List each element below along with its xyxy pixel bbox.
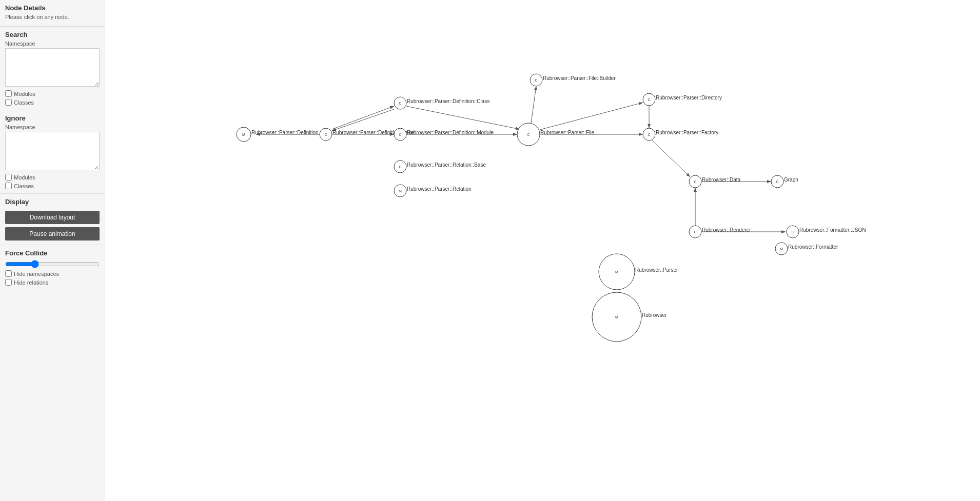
node-rubrowser-parser-file-builder[interactable]: C Rubrowser::Parser::File::Builder: [530, 74, 616, 86]
svg-text:Rubrowser::Parser::Definition:: Rubrowser::Parser::Definition::Class: [407, 98, 489, 104]
search-classes-row: Classes: [5, 99, 100, 106]
ignore-modules-checkbox[interactable]: [5, 174, 12, 181]
search-modules-row: Modules: [5, 90, 100, 97]
node-details-text: Please click on any node.: [5, 14, 100, 20]
ignore-title: Ignore: [5, 114, 100, 122]
svg-text:C: C: [535, 78, 537, 82]
hide-namespaces-label: Hide namespaces: [14, 271, 59, 277]
search-classes-label: Classes: [14, 99, 34, 106]
search-title: Search: [5, 31, 100, 38]
ignore-modules-row: Modules: [5, 174, 100, 181]
svg-text:Rubrowser::Parser::Relation::B: Rubrowser::Parser::Relation::Base: [407, 162, 486, 168]
edge-def-base-to-def-class: [332, 106, 394, 129]
node-rubrowser-parser-relation[interactable]: M Rubrowser::Parser::Relation: [394, 185, 472, 197]
download-layout-button[interactable]: Download layout: [5, 211, 100, 224]
graph-svg: M Rubrowser::Parser::Definition C Rubrow…: [105, 0, 980, 501]
search-modules-checkbox[interactable]: [5, 90, 12, 97]
search-namespace-label: Namespace: [5, 41, 100, 47]
svg-text:M: M: [615, 270, 618, 274]
graph-area[interactable]: M Rubrowser::Parser::Definition C Rubrow…: [105, 0, 980, 501]
svg-text:Rubrowser::Data: Rubrowser::Data: [702, 177, 740, 183]
display-section: Display Download layout Pause animation: [0, 194, 105, 245]
svg-text:Rubrowser::Parser::File::Build: Rubrowser::Parser::File::Builder: [543, 75, 616, 81]
ignore-classes-label: Classes: [14, 183, 34, 189]
svg-text:M: M: [399, 189, 402, 193]
svg-text:C: C: [324, 133, 327, 136]
node-rubrowser-parser-definition-class[interactable]: C Rubrowser::Parser::Definition::Class: [394, 97, 489, 109]
svg-text:Rubrowser::Parser::Factory: Rubrowser::Parser::Factory: [656, 130, 718, 135]
ignore-modules-label: Modules: [14, 174, 35, 181]
edge-def-class-to-def-base: [332, 109, 394, 131]
svg-text:Rubrowser::Parser::File: Rubrowser::Parser::File: [540, 130, 594, 135]
node-rubrowser-formatter-json[interactable]: C Rubrowser::Formatter::JSON: [787, 226, 866, 238]
edge-file-to-builder: [531, 86, 536, 123]
svg-text:C: C: [694, 180, 696, 184]
edge-factory-to-data: [652, 141, 690, 177]
search-namespace-input[interactable]: [5, 48, 100, 87]
display-title: Display: [5, 198, 100, 206]
svg-text:Rubrowser::Parser::Definition:: Rubrowser::Parser::Definition::Module: [407, 130, 494, 135]
svg-text:Rubrowser: Rubrowser: [642, 312, 667, 318]
ignore-classes-checkbox[interactable]: [5, 183, 12, 189]
sidebar: Node Details Please click on any node. S…: [0, 0, 105, 501]
hide-namespaces-row: Hide namespaces: [5, 270, 100, 277]
node-rubrowser[interactable]: M Rubrowser: [592, 292, 667, 342]
search-modules-label: Modules: [14, 91, 35, 97]
svg-text:Rubrowser::Parser::Definition: Rubrowser::Parser::Definition: [251, 130, 319, 135]
force-collide-title: Force Collide: [5, 249, 100, 257]
node-rubrowser-data[interactable]: C Rubrowser::Data: [689, 175, 740, 188]
node-details-section: Node Details Please click on any node.: [0, 0, 105, 27]
svg-text:Rubrowser::Parser::Directory: Rubrowser::Parser::Directory: [656, 95, 722, 101]
force-collide-slider[interactable]: [5, 260, 100, 268]
search-classes-checkbox[interactable]: [5, 99, 12, 106]
node-rubrowser-formatter[interactable]: M Rubrowser::Formatter: [775, 243, 838, 255]
svg-text:Rubrowser::Formatter: Rubrowser::Formatter: [788, 244, 838, 250]
ignore-classes-row: Classes: [5, 183, 100, 189]
svg-text:Rubrowser::Formatter::JSON: Rubrowser::Formatter::JSON: [799, 227, 866, 233]
node-rubrowser-parser-file[interactable]: C Rubrowser::Parser::File: [517, 123, 594, 146]
svg-text:Rubrowser::Parser::Relation: Rubrowser::Parser::Relation: [407, 186, 472, 192]
node-graph[interactable]: C Graph: [771, 175, 798, 188]
hide-relations-row: Hide relations: [5, 279, 100, 286]
svg-text:C: C: [694, 230, 696, 234]
svg-text:Rubrowser::Renderer: Rubrowser::Renderer: [702, 227, 751, 233]
ignore-section: Ignore Namespace Modules Classes: [0, 110, 105, 194]
node-rubrowser-parser-definition-module[interactable]: C Rubrowser::Parser::Definition::Module: [394, 128, 494, 141]
svg-text:C: C: [791, 230, 794, 234]
ignore-namespace-input[interactable]: [5, 132, 100, 170]
svg-text:M: M: [615, 315, 618, 319]
node-rubrowser-parser-relation-base[interactable]: C Rubrowser::Parser::Relation::Base: [394, 161, 486, 173]
ignore-namespace-label: Namespace: [5, 124, 100, 130]
svg-text:C: C: [648, 98, 650, 102]
node-rubrowser-parser-directory[interactable]: C Rubrowser::Parser::Directory: [643, 93, 722, 106]
svg-text:Graph: Graph: [784, 177, 798, 183]
hide-relations-label: Hide relations: [14, 279, 48, 286]
node-rubrowser-renderer[interactable]: C Rubrowser::Renderer: [689, 226, 751, 238]
svg-text:M: M: [780, 247, 783, 251]
svg-text:C: C: [648, 133, 650, 136]
svg-text:C: C: [399, 165, 401, 169]
edge-def-class-to-file: [406, 106, 520, 129]
svg-text:Rubrowser::Parser: Rubrowser::Parser: [635, 267, 678, 273]
node-details-title: Node Details: [5, 4, 100, 12]
svg-text:M: M: [242, 133, 245, 136]
force-collide-slider-row: [5, 260, 100, 268]
search-section: Search Namespace Modules Classes: [0, 27, 105, 110]
edge-file-to-directory: [540, 103, 643, 130]
pause-animation-button[interactable]: Pause animation: [5, 227, 100, 241]
node-rubrowser-parser-definition[interactable]: M Rubrowser::Parser::Definition: [237, 127, 319, 142]
svg-text:C: C: [399, 102, 401, 105]
svg-text:C: C: [399, 133, 401, 136]
hide-relations-checkbox[interactable]: [5, 279, 12, 286]
force-collide-section: Force Collide Hide namespaces Hide relat…: [0, 245, 105, 290]
node-rubrowser-parser[interactable]: M Rubrowser::Parser: [599, 254, 678, 290]
svg-text:C: C: [776, 180, 778, 184]
svg-text:C: C: [527, 133, 530, 136]
hide-namespaces-checkbox[interactable]: [5, 270, 12, 277]
node-rubrowser-parser-factory[interactable]: C Rubrowser::Parser::Factory: [643, 128, 718, 141]
